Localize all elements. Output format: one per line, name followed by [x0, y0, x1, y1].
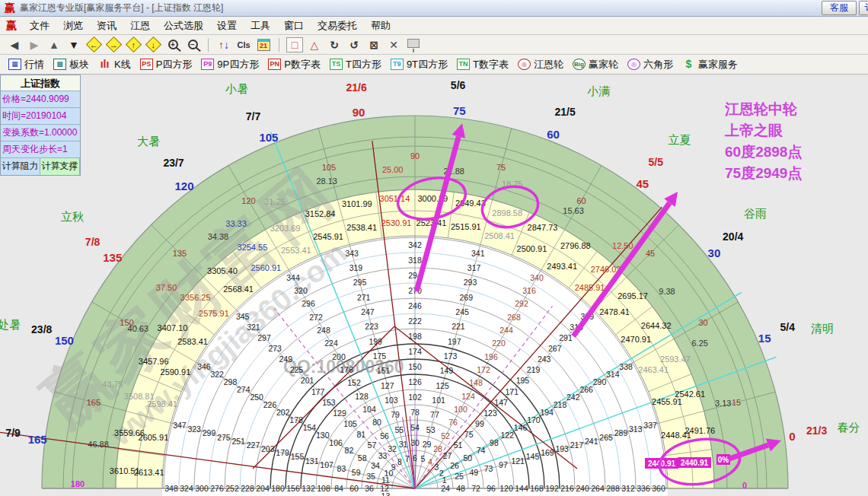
integer-cell: 177 [311, 387, 325, 396]
rotate-cw-icon[interactable]: ↻ [326, 37, 343, 52]
integer-cell: 321 [247, 323, 260, 332]
integer-cell: 60 [349, 484, 359, 493]
shrink-icon[interactable]: ✕ [385, 37, 402, 52]
p-table-button[interactable]: PNP数字表 [266, 57, 326, 72]
integer-cell: 151 [377, 366, 391, 375]
cls-button[interactable]: Cls [235, 37, 252, 52]
sectors-button[interactable]: ▩板块 [51, 57, 94, 72]
winner-service-button[interactable]: $赢家服务 [680, 57, 743, 72]
integer-cell: 35 [366, 472, 375, 481]
degree-cell: 120 [241, 196, 255, 205]
panel-button-计算支撑[interactable]: 计算支撑 [40, 158, 80, 175]
integer-cell: 49 [469, 468, 478, 477]
integer-cell: 155 [291, 452, 305, 461]
updown-arrows-icon[interactable]: ↑↓ [215, 37, 232, 52]
solar-term-label: 春分 [837, 421, 860, 434]
sectors-button-icon: ▩ [53, 59, 66, 70]
gann-wheel-button-label: 江恩轮 [534, 58, 563, 72]
degree-cell: 75 [496, 163, 506, 172]
outer-degree-label: 15 [758, 332, 771, 345]
rect-tool-icon[interactable]: □ [286, 37, 303, 52]
integer-cell: 27 [443, 451, 452, 460]
integer-cell: 348 [164, 484, 178, 493]
integer-cell: 53 [426, 425, 436, 434]
nav-right-icon[interactable]: ▶ [26, 37, 43, 52]
integer-cell: 99 [475, 419, 484, 428]
menu-item-交易委托[interactable]: 交易委托 [311, 17, 364, 34]
kline-button[interactable]: ılıK线 [96, 57, 136, 72]
rotate-ccw-icon[interactable]: ↺ [346, 37, 362, 52]
calendar-icon[interactable]: 21 [255, 37, 272, 52]
outer-degree-label: 0 [789, 430, 795, 443]
cut-titlebar-button[interactable]: 讠 [859, 1, 868, 15]
gann-wheel-button[interactable]: ◎江恩轮 [515, 57, 569, 72]
outer-degree-label: 90 [353, 106, 365, 119]
menu-item-窗口[interactable]: 窗口 [277, 17, 311, 34]
service-button[interactable]: 客服 [822, 1, 857, 15]
integer-cell: 178 [289, 415, 303, 424]
menu-item-资讯[interactable]: 资讯 [90, 17, 123, 34]
window-title: 赢家江恩专业版[赢家服务平台] - [上证指数 江恩轮] [20, 2, 223, 14]
9t-square-button[interactable]: T99T四方形 [388, 57, 453, 72]
tri-down-icon[interactable]: ▼ [65, 37, 82, 52]
t-square-button[interactable]: TST四方形 [327, 57, 387, 72]
percent-cell: 37.50 [156, 283, 177, 292]
integer-cell: 50 [463, 453, 472, 463]
highlight-value: 2440.91 [681, 459, 709, 467]
quotes-button[interactable]: ▦行情 [6, 57, 49, 72]
integer-cell: 336 [637, 484, 650, 493]
menu-item-江恩[interactable]: 江恩 [123, 17, 157, 34]
pan-down-icon[interactable]: ↓ [145, 37, 161, 52]
t-table-button[interactable]: TNT数字表 [455, 57, 514, 72]
panel-button-计算阻力[interactable]: 计算阻力 [1, 158, 40, 175]
menu-item-帮助[interactable]: 帮助 [364, 17, 397, 34]
winner-wheel-button[interactable]: Big赢家轮 [570, 57, 624, 72]
zoom-out-icon[interactable]: − [184, 37, 201, 52]
tri-up-icon[interactable]: ▲ [46, 37, 62, 52]
integer-cell: 176 [340, 365, 353, 374]
quotes-button-icon: ▦ [8, 59, 21, 70]
menu-item-公式选股[interactable]: 公式选股 [157, 17, 210, 34]
price-cell: 2847.73 [528, 223, 558, 232]
outer-degree-label: 150 [55, 334, 74, 347]
price-cell: 2796.88 [560, 241, 591, 250]
integer-cell: 147 [494, 398, 508, 407]
menu-logo-icon: 赢 [6, 19, 17, 33]
integer-cell: 108 [317, 484, 330, 493]
integer-cell: 33 [378, 451, 388, 460]
integer-cell: 196 [484, 352, 498, 361]
date-label: 21/3 [806, 424, 827, 437]
xbox-icon[interactable]: ⊠ [365, 37, 382, 52]
menu-item-文件[interactable]: 文件 [23, 17, 56, 34]
integer-cell: 203 [261, 444, 275, 453]
integer-cell: 100 [454, 405, 468, 414]
board-icon[interactable] [405, 37, 422, 52]
integer-cell: 342 [408, 240, 422, 250]
t-table-button-label: T数字表 [473, 58, 509, 72]
winner-service-button-label: 赢家服务 [698, 58, 738, 72]
pan-right-icon[interactable]: → [105, 37, 122, 52]
menu-item-设置[interactable]: 设置 [210, 17, 244, 34]
menu-item-浏览[interactable]: 浏览 [56, 17, 90, 34]
winner-wheel-button-icon: Big [573, 59, 586, 70]
price-cell: 2478.41 [599, 307, 630, 316]
9p-square-button[interactable]: P99P四方形 [199, 57, 264, 72]
integer-cell: 102 [408, 393, 422, 402]
triangle-tool-icon[interactable]: △ [306, 37, 323, 52]
percent-cell: 34.38 [208, 232, 229, 241]
hexagon-button[interactable]: ◎六角形 [625, 57, 678, 72]
pan-up-icon[interactable]: ↑ [125, 37, 142, 52]
integer-cell: 174 [408, 347, 422, 356]
zoom-in-icon[interactable]: + [164, 37, 181, 52]
integer-cell: 272 [309, 313, 323, 322]
date-label: 5/6 [451, 79, 466, 91]
p-square-button[interactable]: PSP四方形 [138, 57, 198, 72]
nav-left-icon[interactable]: ◀ [6, 37, 23, 52]
pan-left-icon[interactable]: ← [85, 37, 102, 52]
date-label: 5/4 [780, 321, 795, 333]
date-label: 21/5 [554, 106, 575, 118]
integer-cell: 83 [337, 464, 346, 473]
price-cell: 2605.91 [139, 433, 169, 442]
integer-cell: 13 [381, 491, 391, 496]
menu-item-工具[interactable]: 工具 [244, 17, 277, 34]
